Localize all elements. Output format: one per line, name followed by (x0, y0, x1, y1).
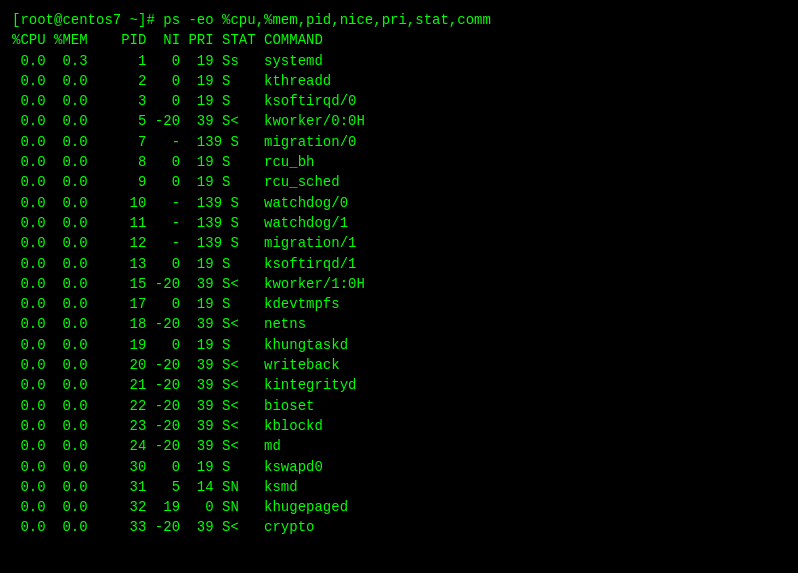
table-row: 0.0 0.0 20 -20 39 S< writeback (12, 355, 786, 375)
table-row: 0.0 0.0 17 0 19 S kdevtmpfs (12, 294, 786, 314)
table-row: 0.0 0.0 23 -20 39 S< kblockd (12, 416, 786, 436)
table-row: 0.0 0.0 32 19 0 SN khugepaged (12, 497, 786, 517)
table-row: 0.0 0.0 8 0 19 S rcu_bh (12, 152, 786, 172)
command-prompt: [root@centos7 ~]# ps -eo %cpu,%mem,pid,n… (12, 10, 786, 30)
table-row: 0.0 0.0 9 0 19 S rcu_sched (12, 172, 786, 192)
process-list: 0.0 0.3 1 0 19 Ss systemd 0.0 0.0 2 0 19… (12, 51, 786, 538)
table-row: 0.0 0.0 18 -20 39 S< netns (12, 314, 786, 334)
table-row: 0.0 0.0 30 0 19 S kswapd0 (12, 457, 786, 477)
ps-header: %CPU %MEM PID NI PRI STAT COMMAND (12, 30, 786, 50)
table-row: 0.0 0.0 2 0 19 S kthreadd (12, 71, 786, 91)
table-row: 0.0 0.0 3 0 19 S ksoftirqd/0 (12, 91, 786, 111)
table-row: 0.0 0.0 11 - 139 S watchdog/1 (12, 213, 786, 233)
table-row: 0.0 0.0 13 0 19 S ksoftirqd/1 (12, 254, 786, 274)
table-row: 0.0 0.0 21 -20 39 S< kintegrityd (12, 375, 786, 395)
table-row: 0.0 0.0 19 0 19 S khungtaskd (12, 335, 786, 355)
table-row: 0.0 0.0 12 - 139 S migration/1 (12, 233, 786, 253)
table-row: 0.0 0.0 33 -20 39 S< crypto (12, 517, 786, 537)
table-row: 0.0 0.0 7 - 139 S migration/0 (12, 132, 786, 152)
table-row: 0.0 0.0 15 -20 39 S< kworker/1:0H (12, 274, 786, 294)
table-row: 0.0 0.0 10 - 139 S watchdog/0 (12, 193, 786, 213)
table-row: 0.0 0.0 5 -20 39 S< kworker/0:0H (12, 111, 786, 131)
table-row: 0.0 0.0 22 -20 39 S< bioset (12, 396, 786, 416)
table-row: 0.0 0.0 31 5 14 SN ksmd (12, 477, 786, 497)
table-row: 0.0 0.3 1 0 19 Ss systemd (12, 51, 786, 71)
table-row: 0.0 0.0 24 -20 39 S< md (12, 436, 786, 456)
